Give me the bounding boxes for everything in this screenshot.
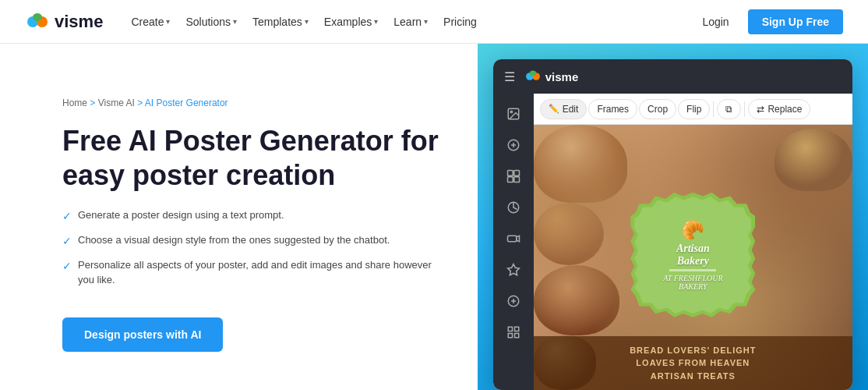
editor-logo: visme — [524, 68, 579, 85]
sidebar-icon-grid[interactable] — [499, 318, 528, 346]
signup-button[interactable]: Sign Up Free — [748, 9, 843, 34]
nav-item-templates[interactable]: Templates ▾ — [246, 11, 315, 33]
sidebar-icon-elements[interactable] — [499, 162, 528, 190]
svg-rect-14 — [507, 236, 516, 242]
svg-rect-18 — [508, 327, 512, 331]
nav-left: visme Create ▾ Solutions ▾ Templates ▾ E… — [25, 9, 483, 34]
poster-bottom-text: BREAD LOVERS' DELIGHT LOAVES FROM HEAVEN… — [545, 344, 842, 383]
poster-canvas: 🥐 Artisan Bakery AT FRESHFLOUR BAKERY — [534, 125, 852, 390]
sidebar-icon-icons[interactable] — [499, 256, 528, 284]
sidebar-icon-photos[interactable] — [499, 100, 528, 128]
right-preview: ☰ visme — [478, 44, 868, 390]
toolbar-divider — [713, 101, 714, 117]
copy-button[interactable]: ⧉ — [717, 99, 741, 119]
breadcrumb: Home > Visme AI > AI Poster Generator — [62, 98, 440, 108]
login-button[interactable]: Login — [693, 11, 738, 33]
frames-button[interactable]: Frames — [588, 99, 637, 119]
svg-point-5 — [530, 70, 536, 76]
list-item: ✓ Generate a poster design using a text … — [62, 207, 440, 225]
editor-canvas: ✏️ Edit Frames Crop Flip — [534, 94, 852, 390]
crop-button[interactable]: Crop — [639, 99, 676, 119]
edit-button[interactable]: ✏️ Edit — [540, 99, 587, 119]
seal-title: Artisan Bakery — [676, 243, 710, 267]
check-icon: ✓ — [62, 258, 72, 275]
hamburger-icon[interactable]: ☰ — [504, 69, 515, 84]
editor-body: ✏️ Edit Frames Crop Flip — [493, 94, 852, 390]
nav-item-learn[interactable]: Learn ▾ — [387, 11, 434, 33]
pie-item — [774, 129, 852, 191]
svg-rect-12 — [513, 177, 519, 183]
editor-topbar: ☰ visme — [493, 59, 852, 94]
croissant-icon: 🥐 — [681, 219, 704, 241]
svg-marker-16 — [507, 264, 519, 275]
sidebar-icon-shapes[interactable] — [499, 131, 528, 159]
svg-rect-11 — [507, 177, 513, 183]
svg-rect-20 — [508, 334, 512, 338]
chevron-down-icon: ▾ — [424, 17, 428, 26]
sidebar-icon-video[interactable] — [499, 225, 528, 253]
logo-text: visme — [55, 12, 103, 32]
svg-rect-21 — [514, 334, 518, 338]
svg-marker-15 — [516, 236, 519, 242]
nav-item-pricing[interactable]: Pricing — [437, 11, 483, 33]
chevron-down-icon: ▾ — [305, 17, 309, 26]
svg-point-7 — [510, 111, 512, 112]
seal-at-line: AT FRESHFLOUR BAKERY — [663, 274, 722, 291]
flip-button[interactable]: Flip — [678, 99, 710, 119]
chevron-down-icon: ▾ — [374, 17, 378, 26]
editor-window: ☰ visme — [493, 59, 852, 390]
poster-bottom: BREAD LOVERS' DELIGHT LOAVES FROM HEAVEN… — [534, 336, 852, 391]
svg-point-2 — [33, 13, 42, 21]
breadcrumb-visme-ai[interactable]: Visme AI — [98, 98, 135, 108]
design-posters-cta-button[interactable]: Design posters with AI — [62, 317, 223, 352]
replace-icon: ⇄ — [757, 104, 764, 115]
logo-icon — [25, 9, 50, 34]
main-wrapper: Home > Visme AI > AI Poster Generator Fr… — [0, 44, 868, 390]
svg-rect-10 — [513, 171, 519, 176]
svg-rect-19 — [514, 327, 518, 331]
copy-icon: ⧉ — [725, 104, 732, 115]
replace-button[interactable]: ⇄ Replace — [748, 99, 810, 119]
editor-logo-text: visme — [545, 70, 579, 83]
nav-item-examples[interactable]: Examples ▾ — [318, 11, 384, 33]
check-icon: ✓ — [62, 208, 72, 225]
edit-icon: ✏️ — [549, 104, 559, 114]
chevron-down-icon: ▾ — [166, 17, 170, 26]
chevron-down-icon: ▾ — [233, 17, 237, 26]
check-icon: ✓ — [62, 233, 72, 250]
svg-rect-9 — [507, 171, 513, 176]
nav-item-solutions[interactable]: Solutions ▾ — [179, 11, 243, 33]
seal-divider — [669, 269, 716, 271]
list-item: ✓ Personalize all aspects of your poster… — [62, 257, 440, 288]
poster-background: 🥐 Artisan Bakery AT FRESHFLOUR BAKERY — [534, 125, 852, 390]
page-title: Free AI Poster Generator for easy poster… — [62, 124, 440, 191]
editor-logo-icon — [524, 68, 542, 85]
sidebar-icon-charts[interactable] — [499, 193, 528, 222]
logo[interactable]: visme — [25, 9, 103, 34]
breadcrumb-home[interactable]: Home — [62, 98, 87, 108]
toolbar-divider-2 — [744, 101, 745, 117]
sidebar-icon-add[interactable] — [499, 287, 528, 315]
seal-inner: 🥐 Artisan Bakery AT FRESHFLOUR BAKERY — [634, 197, 751, 314]
editor-toolbar: ✏️ Edit Frames Crop Flip — [534, 94, 852, 125]
nav-right: Login Sign Up Free — [693, 9, 843, 34]
nav-item-create[interactable]: Create ▾ — [125, 11, 176, 33]
navbar: visme Create ▾ Solutions ▾ Templates ▾ E… — [0, 0, 868, 44]
feature-list: ✓ Generate a poster design using a text … — [62, 207, 440, 296]
editor-sidebar — [493, 94, 534, 390]
left-content: Home > Visme AI > AI Poster Generator Fr… — [0, 44, 478, 390]
nav-menu: Create ▾ Solutions ▾ Templates ▾ Example… — [125, 11, 483, 33]
breadcrumb-current: AI Poster Generator — [145, 98, 228, 108]
list-item: ✓ Choose a visual design style from the … — [62, 232, 440, 250]
